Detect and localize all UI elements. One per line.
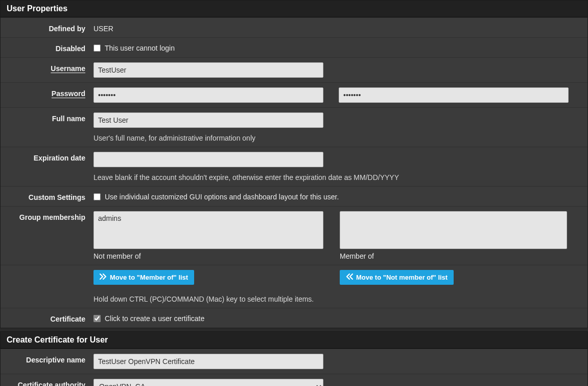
not-member-caption: Not member of — [93, 252, 323, 260]
label-certificate-authority: Certificate authority — [1, 379, 93, 386]
certificate-checkbox-wrap[interactable]: Click to create a user certificate — [93, 313, 204, 323]
label-password: Password — [1, 87, 93, 98]
label-certificate: Certificate — [1, 313, 93, 323]
row-descriptive-name: Descriptive name — [1, 349, 587, 374]
row-group-buttons: Move to "Member of" list Hold down CTRL … — [1, 265, 587, 308]
password-input[interactable] — [93, 87, 323, 103]
user-properties-header: User Properties — [1, 1, 587, 17]
member-listbox[interactable] — [340, 211, 567, 249]
row-certificate: Certificate Click to create a user certi… — [1, 308, 587, 328]
not-member-listbox[interactable]: admins — [93, 211, 323, 249]
group-help: Hold down CTRL (PC)/COMMAND (Mac) key to… — [93, 295, 323, 303]
row-username: Username — [1, 57, 587, 82]
row-group-membership: Group membership admins Not member of Me… — [1, 206, 587, 265]
label-descriptive-name: Descriptive name — [1, 354, 93, 364]
value-defined-by: USER — [93, 22, 113, 33]
label-expiration: Expiration date — [1, 152, 93, 162]
password-confirm-input[interactable] — [339, 87, 569, 103]
fullname-help: User's full name, for administrative inf… — [93, 134, 579, 142]
label-fullname: Full name — [1, 112, 93, 123]
row-disabled: Disabled This user cannot login — [1, 37, 587, 57]
list-item[interactable]: admins — [96, 214, 321, 223]
move-to-notmember-label: Move to "Not member of" list — [356, 274, 448, 281]
move-to-notmember-button[interactable]: Move to "Not member of" list — [340, 270, 454, 285]
label-group-membership: Group membership — [1, 211, 93, 221]
label-custom-settings: Custom Settings — [1, 191, 93, 201]
label-username: Username — [1, 62, 93, 73]
row-custom-settings: Custom Settings Use individual customize… — [1, 186, 587, 206]
disabled-checkbox-wrap[interactable]: This user cannot login — [93, 42, 175, 52]
move-to-member-label: Move to "Member of" list — [110, 274, 188, 281]
row-password: Password — [1, 82, 587, 107]
move-to-member-button[interactable]: Move to "Member of" list — [93, 270, 194, 285]
chevron-double-right-icon — [100, 274, 107, 281]
user-properties-panel: User Properties Defined by USER Disabled… — [0, 0, 588, 328]
disabled-checkbox[interactable] — [93, 44, 101, 52]
row-certificate-authority: Certificate authority OpenVPN_CA — [1, 374, 587, 386]
certificate-checkbox-label: Click to create a user certificate — [105, 314, 204, 323]
create-certificate-panel: Create Certificate for User Descriptive … — [0, 331, 588, 386]
expiration-help: Leave blank if the account shouldn't exp… — [93, 173, 579, 181]
expiration-input[interactable] — [93, 152, 323, 167]
label-defined-by: Defined by — [1, 22, 93, 33]
custom-settings-checkbox-wrap[interactable]: Use individual customized GUI options an… — [93, 191, 339, 201]
custom-settings-checkbox-label: Use individual customized GUI options an… — [105, 193, 339, 201]
member-caption: Member of — [340, 252, 579, 260]
chevron-double-left-icon — [346, 274, 353, 281]
username-input[interactable] — [93, 62, 323, 78]
row-defined-by: Defined by USER — [1, 17, 587, 37]
label-disabled: Disabled — [1, 42, 93, 53]
certificate-authority-select[interactable]: OpenVPN_CA — [93, 379, 323, 386]
row-fullname: Full name User's full name, for administ… — [1, 107, 587, 147]
descriptive-name-input[interactable] — [93, 354, 323, 369]
row-expiration: Expiration date Leave blank if the accou… — [1, 147, 587, 186]
certificate-checkbox[interactable] — [93, 315, 101, 322]
custom-settings-checkbox[interactable] — [93, 193, 101, 200]
fullname-input[interactable] — [93, 112, 323, 128]
label-empty-group-buttons — [1, 270, 93, 272]
disabled-checkbox-label: This user cannot login — [105, 44, 175, 52]
create-certificate-header: Create Certificate for User — [1, 332, 587, 349]
